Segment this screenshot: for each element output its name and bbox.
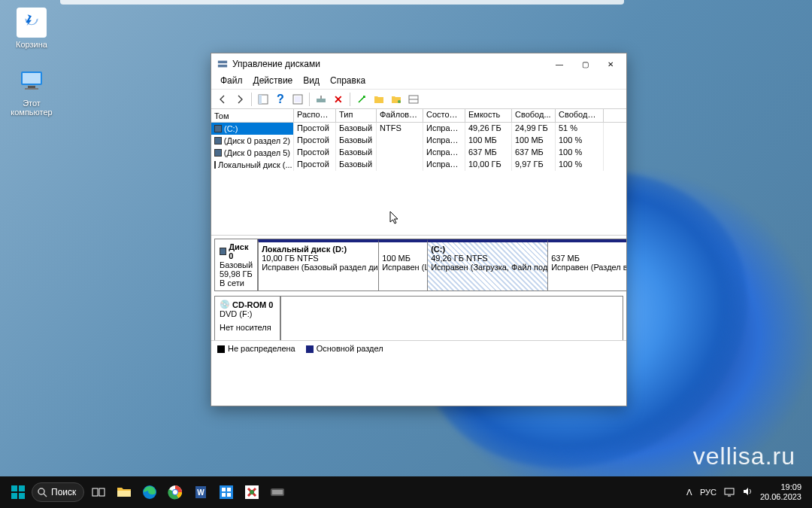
svg-rect-30 <box>222 488 226 491</box>
svg-rect-4 <box>218 61 227 64</box>
desktop-icon-label: Этот компьютер <box>3 99 60 117</box>
svg-point-35 <box>250 490 254 494</box>
disk-graphical-view: Диск 0 Базовый 59,98 ГБ В сети Локальный… <box>211 236 626 341</box>
close-button[interactable]: ✕ <box>598 56 623 72</box>
cdrom-row: 💿CD-ROM 0 DVD (F:) Нет носителя <box>214 296 623 341</box>
taskbar-taskview[interactable] <box>87 481 110 503</box>
menu-view[interactable]: Вид <box>298 75 324 89</box>
desktop-icon-recycle-bin[interactable]: Корзина <box>3 8 60 49</box>
taskbar-chrome[interactable] <box>164 481 186 503</box>
help-button[interactable]: ? <box>272 91 289 108</box>
disk-0-info[interactable]: Диск 0 Базовый 59,98 ГБ В сети <box>214 239 258 291</box>
svg-rect-22 <box>117 491 131 497</box>
panel-layout-button[interactable] <box>405 91 422 108</box>
svg-rect-32 <box>222 493 226 497</box>
disk-management-window: Управление дисками — ▢ ✕ Файл Действие В… <box>211 53 627 406</box>
menu-file[interactable]: Файл <box>216 75 247 89</box>
cdrom-empty-partition[interactable] <box>280 296 623 341</box>
svg-point-18 <box>38 488 44 494</box>
tray-volume-icon[interactable] <box>742 486 753 498</box>
cdrom-icon: 💿 <box>220 300 230 309</box>
tray-clock[interactable]: 19:09 20.06.2023 <box>760 482 801 501</box>
top-edge-hint <box>60 0 624 5</box>
taskbar-word[interactable]: W <box>189 481 212 503</box>
search-icon <box>37 487 47 497</box>
menu-action[interactable]: Действие <box>249 75 298 89</box>
svg-rect-20 <box>92 488 98 496</box>
taskbar-edge[interactable] <box>138 481 161 503</box>
rescan-button[interactable] <box>313 91 329 108</box>
app-icon <box>217 59 228 69</box>
titlebar[interactable]: Управление дисками — ▢ ✕ <box>211 53 626 75</box>
svg-rect-9 <box>295 96 301 102</box>
taskbar-explorer[interactable] <box>113 481 135 503</box>
svg-rect-21 <box>99 488 105 496</box>
toolbar: ? ✕ <box>211 90 626 109</box>
menu-help[interactable]: Справка <box>326 75 370 89</box>
tray-network-icon[interactable] <box>724 486 735 498</box>
menubar: Файл Действие Вид Справка <box>211 75 626 90</box>
col-pct[interactable]: Свободно % <box>556 109 604 122</box>
disk-icon <box>220 248 226 255</box>
svg-rect-7 <box>259 95 262 104</box>
taskbar-app-red[interactable] <box>241 481 263 503</box>
col-name[interactable]: Том <box>211 109 294 122</box>
tray-language[interactable]: РУС <box>700 488 717 497</box>
col-fs[interactable]: Файловая с... <box>377 109 423 122</box>
col-type[interactable]: Тип <box>336 109 377 122</box>
volume-row[interactable]: Локальный диск (...ПростойБазовыйИсправе… <box>211 159 626 171</box>
legend: Не распределена Основной раздел <box>211 341 626 356</box>
volume-list[interactable]: Том Располо... Тип Файловая с... Состоян… <box>211 109 626 236</box>
col-capacity[interactable]: Емкость <box>465 109 512 122</box>
this-pc-icon <box>17 66 47 96</box>
new-folder-button[interactable] <box>371 91 387 108</box>
taskbar: Поиск W ᐱ РУС 19:09 20.06.2023 <box>0 476 812 508</box>
svg-rect-10 <box>317 99 326 102</box>
refresh-button[interactable] <box>289 91 306 108</box>
disk-0-row: Диск 0 Базовый 59,98 ГБ В сети Локальный… <box>214 239 623 291</box>
back-button[interactable] <box>214 91 231 108</box>
legend-swatch-unallocated <box>217 345 225 353</box>
cdrom-info[interactable]: 💿CD-ROM 0 DVD (F:) Нет носителя <box>214 296 280 341</box>
svg-rect-33 <box>227 493 231 497</box>
partition[interactable]: (C:)49,26 ГБ NTFSИсправен (Загрузка, Фай… <box>427 239 547 291</box>
col-free[interactable]: Свобод... <box>512 109 556 122</box>
volume-row[interactable]: (Диск 0 раздел 2)ПростойБазовыйИсправен.… <box>211 135 626 147</box>
taskbar-app-disk[interactable] <box>266 481 289 503</box>
volume-row[interactable]: (Диск 0 раздел 5)ПростойБазовыйИсправен.… <box>211 147 626 159</box>
svg-point-26 <box>173 490 177 494</box>
svg-rect-17 <box>19 493 25 499</box>
svg-line-19 <box>44 494 47 497</box>
svg-rect-15 <box>19 485 25 491</box>
window-title: Управление дисками <box>232 59 320 69</box>
taskbar-app-blue[interactable] <box>215 481 238 503</box>
maximize-button[interactable]: ▢ <box>572 56 598 72</box>
delete-button[interactable]: ✕ <box>330 91 347 108</box>
forward-button[interactable] <box>232 91 248 108</box>
svg-rect-5 <box>218 65 227 68</box>
show-hide-tree-button[interactable] <box>255 91 271 108</box>
svg-rect-31 <box>227 488 231 491</box>
desktop-icon-label: Корзина <box>3 40 60 49</box>
watermark: vellisa.ru <box>693 443 795 470</box>
partition[interactable]: 100 МБИсправен (Ши <box>378 239 427 291</box>
svg-rect-16 <box>11 493 17 499</box>
col-status[interactable]: Состояние <box>423 109 465 122</box>
col-layout[interactable]: Располо... <box>294 109 336 122</box>
svg-rect-3 <box>25 88 38 90</box>
volume-row[interactable]: (C:)ПростойБазовыйNTFSИсправен...49,26 Г… <box>211 123 626 135</box>
desktop-icon-this-pc[interactable]: Этот компьютер <box>3 66 60 117</box>
volume-list-header: Том Располо... Тип Файловая с... Состоян… <box>211 109 626 123</box>
partition[interactable]: 637 МБИсправен (Раздел во <box>547 239 626 291</box>
svg-rect-38 <box>725 488 734 494</box>
tray-chevron-icon[interactable]: ᐱ <box>686 488 692 497</box>
svg-rect-29 <box>220 485 233 499</box>
start-button[interactable] <box>8 482 29 503</box>
svg-rect-37 <box>272 490 283 494</box>
minimize-button[interactable]: — <box>547 56 572 72</box>
partition[interactable]: Локальный диск (D:)10,00 ГБ NTFSИсправен… <box>258 239 378 291</box>
properties-button[interactable] <box>353 91 370 108</box>
taskbar-search[interactable]: Поиск <box>32 482 84 502</box>
svg-rect-14 <box>11 485 17 491</box>
folder-button[interactable] <box>388 91 404 108</box>
